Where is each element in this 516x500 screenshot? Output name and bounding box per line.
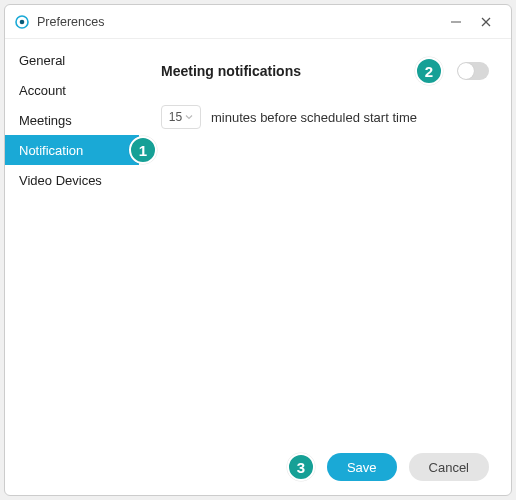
callout-1: 1 xyxy=(129,136,157,164)
minutes-value: 15 xyxy=(169,110,182,124)
sidebar-item-label: Notification xyxy=(19,143,83,158)
save-button[interactable]: Save xyxy=(327,453,397,481)
sidebar-item-general[interactable]: General xyxy=(5,45,139,75)
titlebar: Preferences xyxy=(5,5,511,39)
body: General Account Meetings Notification 1 … xyxy=(5,39,511,495)
sidebar-item-label: General xyxy=(19,53,65,68)
section-title: Meeting notifications xyxy=(161,63,415,79)
minutes-row: 15 minutes before scheduled start time xyxy=(161,105,489,129)
close-button[interactable] xyxy=(471,10,501,34)
notifications-toggle[interactable] xyxy=(457,62,489,80)
callout-label: 3 xyxy=(297,459,305,476)
sidebar-item-label: Account xyxy=(19,83,66,98)
minutes-label: minutes before scheduled start time xyxy=(211,110,417,125)
chevron-down-icon xyxy=(185,113,193,121)
sidebar-item-account[interactable]: Account xyxy=(5,75,139,105)
content-panel: Meeting notifications 2 15 minutes befor… xyxy=(139,39,511,495)
sidebar-item-label: Video Devices xyxy=(19,173,102,188)
footer: 3 Save Cancel xyxy=(287,453,489,481)
button-label: Cancel xyxy=(429,460,469,475)
button-label: Save xyxy=(347,460,377,475)
section-header: Meeting notifications 2 xyxy=(161,57,489,85)
app-icon xyxy=(15,15,29,29)
minimize-button[interactable] xyxy=(441,10,471,34)
callout-3: 3 xyxy=(287,453,315,481)
cancel-button[interactable]: Cancel xyxy=(409,453,489,481)
sidebar-item-meetings[interactable]: Meetings xyxy=(5,105,139,135)
sidebar-item-video-devices[interactable]: Video Devices xyxy=(5,165,139,195)
window-title: Preferences xyxy=(37,15,441,29)
preferences-window: Preferences General Account Meetings Not… xyxy=(4,4,512,496)
minutes-select[interactable]: 15 xyxy=(161,105,201,129)
sidebar: General Account Meetings Notification 1 … xyxy=(5,39,139,495)
sidebar-item-notification[interactable]: Notification 1 xyxy=(5,135,139,165)
svg-point-1 xyxy=(20,19,25,24)
callout-label: 1 xyxy=(139,142,147,159)
sidebar-item-label: Meetings xyxy=(19,113,72,128)
callout-2: 2 xyxy=(415,57,443,85)
callout-label: 2 xyxy=(425,63,433,80)
